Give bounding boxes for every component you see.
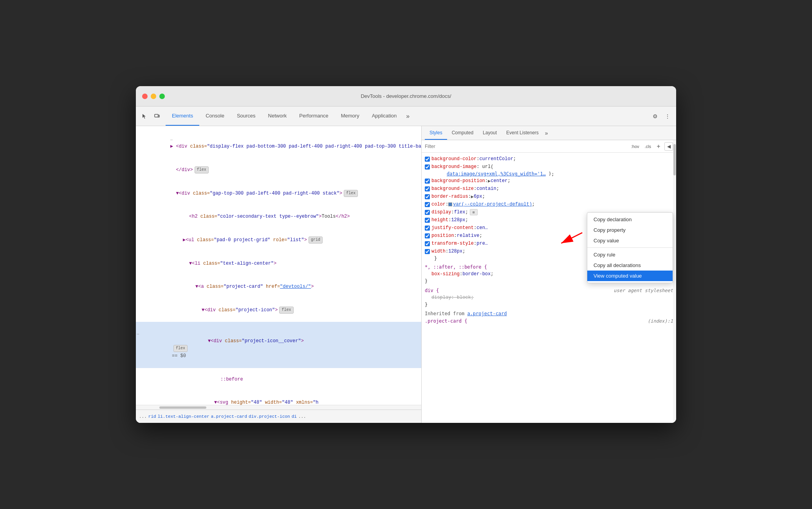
dom-line: ▼<a class="project-card" href="devtools/… [136,275,421,299]
dom-breadcrumb: ... rid li.text-align-center a.project-c… [136,410,421,423]
context-menu-copy-rule[interactable]: Copy rule [587,249,673,260]
svg-line-3 [561,228,582,248]
filter-input[interactable] [425,144,630,149]
maximize-button[interactable] [159,94,165,99]
styles-tabs-overflow[interactable]: » [545,130,548,136]
cls-button[interactable]: .cls [643,143,653,150]
tab-memory[interactable]: Memory [335,106,366,126]
tab-console[interactable]: Console [199,106,231,126]
tab-styles[interactable]: Styles [425,126,447,140]
breadcrumb-end: ... [298,414,306,419]
prop-border-radius: border-radius: ▶ 6px; [422,193,676,200]
hov-button[interactable]: :hov [630,143,641,150]
tab-sources[interactable]: Sources [231,106,262,126]
dom-tree[interactable]: … ▶ <div class="display-flex pad-bottom-… [136,126,421,405]
dom-line-selected: … ▼<div class="project-icon__cover"> fle… [136,322,421,368]
prop-display-block: display: block; [422,294,676,301]
traffic-lights [142,94,165,99]
breadcrumb-a[interactable]: a.project-card [211,414,247,419]
context-menu-copy-all[interactable]: Copy all declarations [587,260,673,271]
tab-list: Elements Console Sources Network Perform… [166,106,650,126]
project-card-rule: .project-card { (index):1 [422,318,676,324]
devtools-window: DevTools - developer.chrome.com/docs/ El… [136,86,676,423]
color-swatch [448,202,452,206]
inherited-link[interactable]: a.project-card [467,311,507,316]
prop-background-color: background-color: currentColor; [422,155,676,163]
project-card-source: (index):1 [648,318,673,324]
prop-background-size: background-size: contain; [422,185,676,193]
prop-checkbox[interactable] [425,202,430,207]
rule-close: } [422,301,676,308]
filter-controls: :hov .cls + ◀ [630,142,673,151]
breadcrumb-ellipsis[interactable]: ... [139,414,147,419]
dom-line: ▼<div class="gap-top-300 pad-left-400 pa… [136,182,421,205]
breadcrumb-div-icon[interactable]: div.project-icon [249,414,290,419]
dom-line: ▼<svg height="48" width="48" xmlns="h [136,391,421,405]
svg-rect-1 [158,115,159,117]
more-options-icon[interactable]: ⋮ [662,111,673,122]
breadcrumb-li[interactable]: li.text-align-center [158,414,209,419]
context-menu-separator [587,247,673,248]
flex-badge-icon[interactable]: ⊞ [470,209,478,215]
context-menu-copy-declaration[interactable]: Copy declaration [587,214,673,225]
styles-tabs: Styles Computed Layout Event Listeners » [422,126,676,140]
rule-header: div { user agent stylesheet [422,287,676,294]
prop-checkbox[interactable] [425,164,430,170]
context-menu-copy-property[interactable]: Copy property [587,225,673,235]
main-content: … ▶ <div class="display-flex pad-bottom-… [136,126,676,423]
prop-checkbox[interactable] [425,249,430,254]
breadcrumb-di[interactable]: di [292,414,297,419]
device-toggle-icon[interactable] [152,111,162,122]
tab-application[interactable]: Application [366,106,403,126]
styles-panel: Styles Computed Layout Event Listeners »… [422,126,676,423]
tab-computed[interactable]: Computed [447,126,478,140]
toolbar-right: ⚙ ⋮ [650,111,673,122]
dom-line: <h2 class="color-secondary-text type--ey… [136,205,421,229]
collapse-button[interactable]: ◀ [664,142,673,151]
prop-checkbox[interactable] [425,218,430,223]
tabs-overflow-button[interactable]: » [403,113,413,120]
prop-background-image-value: data:image/svg+xml,%3Csvg_width='1… ); [422,171,676,177]
devtools-toolbar: Elements Console Sources Network Perform… [136,106,676,126]
close-button[interactable] [142,94,148,99]
tab-network[interactable]: Network [262,106,293,126]
dom-line: </div>flex [136,159,421,182]
filter-bar: :hov .cls + ◀ [422,140,676,153]
tab-layout[interactable]: Layout [478,126,502,140]
add-style-button[interactable]: + [655,143,662,150]
styles-scrollbar-thumb[interactable] [673,144,676,175]
prop-checkbox[interactable] [425,233,430,238]
dom-line: ▼<li class="text-align-center"> [136,252,421,276]
prop-checkbox[interactable] [425,179,430,184]
dom-line: ::before [136,368,421,392]
dom-line: ▼<div class="project-icon">flex [136,299,421,322]
styles-content[interactable]: background-color: currentColor; backgrou… [422,153,676,423]
inherited-section: Inherited from a.project-card [422,309,676,318]
context-menu: Copy declaration Copy property Copy valu… [587,212,673,283]
cursor-icon[interactable] [139,111,150,122]
tab-elements[interactable]: Elements [166,106,199,126]
horizontal-scrollbar[interactable] [136,405,421,410]
rule-div-useragent: div { user agent stylesheet display: blo… [422,286,676,309]
minimize-button[interactable] [151,94,156,99]
styles-scrollbar[interactable] [673,140,676,423]
toolbar-icons [139,111,162,122]
prop-checkbox[interactable] [425,194,430,199]
prop-background-position: background-position: ▶ center; [422,177,676,185]
prop-checkbox[interactable] [425,210,430,215]
context-menu-view-computed[interactable]: View computed value [587,271,673,281]
prop-checkbox[interactable] [425,226,430,231]
window-title: DevTools - developer.chrome.com/docs/ [361,93,451,99]
prop-checkbox[interactable] [425,241,430,246]
tab-event-listeners[interactable]: Event Listeners [502,126,543,140]
dom-panel: … ▶ <div class="display-flex pad-bottom-… [136,126,422,423]
context-menu-copy-value[interactable]: Copy value [587,235,673,246]
prop-background-image: background-image: url( [422,163,676,171]
breadcrumb-rid[interactable]: rid [148,414,156,419]
rule-source: user agent stylesheet [614,288,673,293]
prop-checkbox[interactable] [425,157,430,162]
prop-checkbox[interactable] [425,186,430,191]
title-bar: DevTools - developer.chrome.com/docs/ [136,86,676,106]
settings-icon[interactable]: ⚙ [650,111,660,122]
tab-performance[interactable]: Performance [293,106,334,126]
